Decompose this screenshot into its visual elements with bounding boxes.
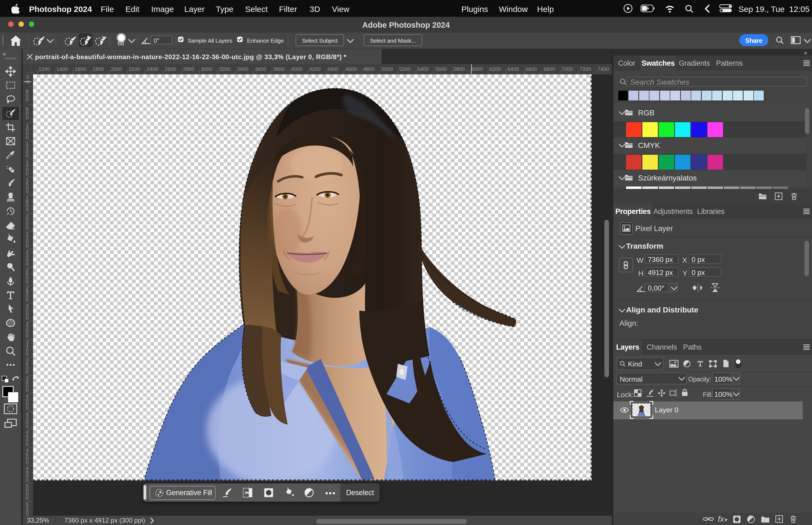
svg-text:4200: 4200 [309,66,321,72]
svg-text:2400: 2400 [147,66,158,72]
svg-text:0: 0 [26,243,29,249]
svg-text:0: 0 [26,351,29,357]
svg-text:0: 0 [26,279,29,285]
svg-text:5000: 5000 [381,66,393,72]
svg-text:1400: 1400 [57,66,68,72]
svg-text:0: 0 [26,478,29,483]
svg-text:5400: 5400 [417,66,429,72]
svg-text:3200: 3200 [219,66,230,72]
svg-text:0: 0 [26,315,29,321]
svg-text:0: 0 [26,423,29,429]
svg-text:7400: 7400 [598,66,609,72]
svg-text:0: 0 [26,369,29,375]
svg-text:0: 0 [26,514,29,516]
svg-text:0: 0 [26,441,29,447]
svg-text:3400: 3400 [237,66,248,72]
svg-text:1200: 1200 [39,66,50,72]
svg-text:0: 0 [26,460,29,465]
svg-text:4600: 4600 [345,66,357,72]
svg-text:2600: 2600 [165,66,176,72]
svg-text:0: 0 [26,153,29,159]
svg-text:0: 0 [26,171,29,177]
svg-text:3800: 3800 [273,66,285,72]
svg-text:0: 0 [26,387,29,393]
svg-text:3600: 3600 [255,66,266,72]
svg-text:2200: 2200 [129,66,140,72]
svg-text:0: 0 [26,115,29,120]
svg-text:5200: 5200 [399,66,411,72]
svg-text:5800: 5800 [453,66,465,72]
svg-text:6400: 6400 [507,66,519,72]
svg-text:4400: 4400 [327,66,338,72]
svg-text:0: 0 [26,405,29,411]
svg-text:3000: 3000 [201,66,212,72]
svg-text:2800: 2800 [183,66,194,72]
svg-text:0: 0 [26,189,29,195]
svg-text:0: 0 [26,261,29,267]
svg-text:0: 0 [26,207,29,212]
svg-text:0: 0 [26,297,29,303]
svg-text:1600: 1600 [75,66,86,72]
svg-text:6600: 6600 [525,66,537,72]
svg-text:0: 0 [26,96,29,102]
svg-text:2000: 2000 [111,66,122,72]
svg-text:0: 0 [26,135,29,140]
svg-text:4800: 4800 [363,66,374,72]
svg-text:6800: 6800 [543,66,555,72]
svg-text:0: 0 [26,333,29,339]
svg-text:4000: 4000 [291,66,302,72]
svg-text:0: 0 [26,495,29,501]
svg-text:5600: 5600 [435,66,447,72]
svg-text:6200: 6200 [489,66,501,72]
svg-text:0: 0 [26,225,29,231]
svg-text:7200: 7200 [580,66,591,72]
svg-text:6000: 6000 [471,66,483,72]
svg-text:1800: 1800 [93,66,104,72]
svg-text:7000: 7000 [562,66,573,72]
